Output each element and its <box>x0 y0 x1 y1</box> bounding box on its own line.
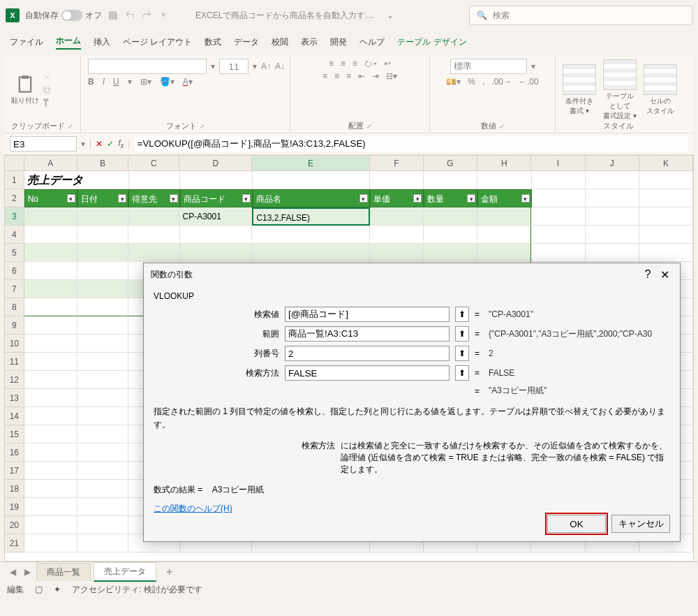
arg-table-array-input[interactable] <box>285 326 450 342</box>
col-header-H[interactable]: H <box>477 156 531 171</box>
merge-icon[interactable]: ⊟▾ <box>386 71 397 81</box>
col-header-C[interactable]: C <box>128 156 179 171</box>
row-header[interactable]: 5 <box>5 244 24 262</box>
add-sheet-icon[interactable]: + <box>159 566 179 578</box>
cell[interactable]: 数量▾ <box>424 189 477 207</box>
cell[interactable] <box>586 207 639 226</box>
range-picker-icon[interactable]: ⬆ <box>455 346 469 361</box>
qat-dropdown-icon[interactable]: ▾ <box>158 10 169 21</box>
cell[interactable] <box>77 244 128 262</box>
cell[interactable] <box>24 389 77 407</box>
cell[interactable] <box>77 425 128 443</box>
filter-dropdown-icon[interactable]: ▾ <box>118 194 126 203</box>
cell[interactable] <box>370 207 424 226</box>
copy-icon[interactable] <box>42 85 52 95</box>
row-header[interactable]: 14 <box>5 407 24 425</box>
row-header[interactable]: 18 <box>5 480 24 498</box>
filter-dropdown-icon[interactable]: ▾ <box>67 194 75 203</box>
cell[interactable] <box>532 171 586 189</box>
cell[interactable] <box>24 443 77 462</box>
formula-enter-icon[interactable]: ✓ <box>107 139 114 149</box>
cut-icon[interactable] <box>42 73 52 82</box>
cell[interactable] <box>639 171 693 189</box>
cell[interactable] <box>252 226 369 244</box>
cell[interactable] <box>24 462 77 480</box>
cell[interactable] <box>639 244 693 262</box>
cell[interactable] <box>180 226 253 244</box>
tab-review[interactable]: 校閲 <box>272 36 288 48</box>
cell[interactable] <box>370 226 424 244</box>
cell[interactable] <box>24 407 77 425</box>
format-painter-icon[interactable] <box>42 98 52 108</box>
cell[interactable] <box>77 498 128 516</box>
row-header[interactable]: 3 <box>5 207 24 226</box>
cell[interactable] <box>370 244 424 262</box>
decrease-font-icon[interactable]: A↓ <box>275 61 285 71</box>
col-header-K[interactable]: K <box>639 156 693 171</box>
cell[interactable] <box>477 207 531 226</box>
cell[interactable] <box>129 171 180 189</box>
arg-range-lookup-input[interactable] <box>285 365 450 381</box>
filter-dropdown-icon[interactable]: ▾ <box>521 194 530 203</box>
cell[interactable]: 得意先▾ <box>128 189 179 207</box>
row-header[interactable]: 9 <box>5 316 24 335</box>
tab-pagelayout[interactable]: ページ レイアウト <box>123 36 192 48</box>
filter-dropdown-icon[interactable]: ▾ <box>170 194 178 203</box>
currency-icon[interactable]: 💴▾ <box>446 77 461 87</box>
border-button[interactable]: ⊞▾ <box>140 77 151 87</box>
cell[interactable] <box>424 207 477 226</box>
cell[interactable] <box>128 207 179 226</box>
increase-indent-icon[interactable]: ⇥ <box>372 71 379 81</box>
align-top-icon[interactable]: ≡ <box>329 59 334 68</box>
cell[interactable]: 単価▾ <box>370 189 424 207</box>
font-launcher-icon[interactable]: ⤢ <box>200 123 205 130</box>
col-header-A[interactable]: A <box>24 156 77 171</box>
autosave-toggle[interactable]: 自動保存 オフ <box>25 10 102 22</box>
ok-button[interactable]: OK <box>547 515 606 533</box>
cell[interactable]: No▾ <box>24 189 77 207</box>
cell[interactable]: CP-A3001 <box>179 207 252 226</box>
tab-data[interactable]: データ <box>234 36 259 48</box>
tab-tabledesign[interactable]: テーブル デザイン <box>397 36 466 48</box>
cell[interactable] <box>24 425 77 443</box>
cell[interactable] <box>532 189 586 207</box>
cell[interactable]: C13,2,FALSE) <box>252 207 369 226</box>
row-header[interactable]: 4 <box>5 226 24 244</box>
dialog-help-icon[interactable]: ? <box>639 268 656 281</box>
col-header-I[interactable]: I <box>531 156 585 171</box>
range-picker-icon[interactable]: ⬆ <box>455 326 469 342</box>
cell[interactable] <box>477 226 531 244</box>
align-right-icon[interactable]: ≡ <box>346 71 351 81</box>
tab-formulas[interactable]: 数式 <box>205 36 221 48</box>
row-header[interactable]: 6 <box>5 262 24 280</box>
bold-button[interactable]: B <box>88 77 94 87</box>
cell[interactable] <box>78 171 129 189</box>
select-all-corner[interactable] <box>5 156 24 171</box>
cell[interactable] <box>77 516 128 534</box>
cell[interactable] <box>252 244 369 262</box>
save-icon[interactable] <box>107 10 119 21</box>
col-header-F[interactable]: F <box>370 156 424 171</box>
cell[interactable] <box>77 262 128 280</box>
cell[interactable] <box>24 480 77 498</box>
cell[interactable] <box>24 298 77 316</box>
font-dropdown-icon[interactable]: ▾ <box>211 61 215 71</box>
cell[interactable]: 日付▾ <box>77 189 128 207</box>
col-header-D[interactable]: D <box>179 156 252 171</box>
clipboard-launcher-icon[interactable]: ⤢ <box>68 123 73 130</box>
cell[interactable] <box>77 226 128 244</box>
cell[interactable] <box>77 335 128 353</box>
sheet-nav-next-icon[interactable]: ▶ <box>22 567 34 577</box>
cell[interactable] <box>477 171 531 189</box>
cell[interactable] <box>24 534 77 552</box>
cell[interactable] <box>24 226 77 244</box>
row-header[interactable]: 15 <box>5 425 24 443</box>
row-header[interactable]: 19 <box>5 498 24 516</box>
tab-view[interactable]: 表示 <box>301 36 318 48</box>
tab-file[interactable]: ファイル <box>10 36 43 48</box>
tab-developer[interactable]: 開発 <box>330 36 347 48</box>
align-middle-icon[interactable]: ≡ <box>341 59 346 68</box>
row-header[interactable]: 7 <box>5 280 24 298</box>
increase-decimal-icon[interactable]: .00→ <box>491 77 512 87</box>
cell[interactable] <box>639 189 693 207</box>
